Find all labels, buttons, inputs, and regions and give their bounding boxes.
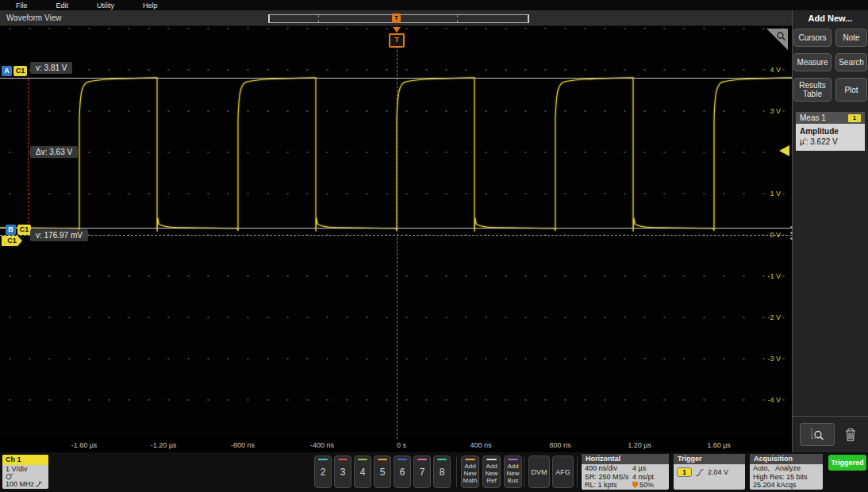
add-new-button[interactable]: Search (835, 53, 867, 71)
ruler-trigger-marker[interactable]: T (392, 13, 401, 23)
trash-icon (844, 428, 857, 442)
acquisition-title: Acquisition (750, 454, 823, 464)
menu-item[interactable]: Utility (97, 2, 114, 10)
x-axis-label: 1.20 µs (628, 441, 651, 449)
divider (456, 457, 457, 487)
cursor-a-readout: v: 3.81 V (30, 62, 72, 74)
add-new-button[interactable]: Cursors (793, 29, 832, 47)
channel-number: 4 (360, 467, 366, 478)
channel-button[interactable]: 6 (394, 455, 411, 488)
acquisition-panel[interactable]: Acquisition Auto, Analyze High Res: 15 b… (750, 454, 823, 490)
y-axis-label: 4 V (770, 66, 781, 74)
horizontal-window: 4 µs (632, 464, 666, 473)
channel-button[interactable]: 7 (413, 455, 431, 488)
record-length: RL: 1 kpts (585, 481, 632, 490)
channel-color-bar (338, 459, 348, 460)
channel-color-bar (318, 459, 328, 460)
cursor-delta-connector (28, 79, 29, 227)
add-source-button[interactable]: Add New Math (461, 455, 479, 488)
y-axis-label: -3 V (767, 355, 781, 363)
cursor-b-channel-badge[interactable]: C1 (17, 225, 31, 235)
add-source-label: Add New Bus (505, 463, 521, 484)
ch1-trace-path (0, 78, 792, 232)
add-new-button[interactable]: Note (835, 29, 867, 47)
cursor-a-badge[interactable]: A (2, 66, 12, 76)
view-title: Waveform View (6, 13, 61, 22)
channel-button[interactable]: 3 (334, 455, 351, 488)
add-new-button[interactable]: Plot (835, 78, 867, 102)
ruler-tick (318, 15, 319, 22)
x-axis-label: 400 ns (470, 441, 491, 449)
x-axis-label: -800 ns (231, 441, 255, 449)
channel-1-badge[interactable]: Ch 1 1 V/div 100 MHz (2, 455, 48, 489)
x-axis-label: 0 s (397, 441, 406, 449)
menu-item[interactable]: Help (143, 2, 158, 10)
channel-number: 6 (400, 467, 405, 478)
menu-item[interactable]: File (16, 2, 28, 10)
add-new-title: Add New... (793, 13, 868, 23)
channel-number: 8 (440, 467, 445, 478)
channel-button[interactable]: 4 (354, 455, 371, 488)
channel-color-bar (378, 459, 387, 460)
menu-bar: FileEditUtilityHelp (0, 0, 868, 10)
measurement-card[interactable]: Meas 1 1 Amplitude µ': 3.622 V (796, 112, 865, 151)
waveform-view-tab-bar: Waveform View T (0, 10, 792, 26)
trigger-flag[interactable]: T (389, 33, 405, 48)
x-axis-label: -400 ns (310, 441, 334, 449)
measurement-type: Amplitude (800, 126, 861, 136)
trigger-title: Trigger (674, 454, 745, 464)
add-source-label: Add New Math (462, 463, 478, 484)
bottom-bar: Ch 1 1 V/div 100 MHz 2 (0, 452, 868, 492)
rising-edge-icon (695, 468, 705, 477)
cursor-b-badge[interactable]: B (6, 225, 16, 235)
x-axis-label: -1.20 µs (151, 441, 177, 449)
afg-button[interactable]: AFG (552, 455, 574, 488)
channel-color-bar (417, 459, 427, 460)
horizontal-scale: 400 ns/div (585, 464, 632, 473)
x-axis-label: 1.60 µs (707, 441, 731, 449)
panel-tools (793, 416, 868, 452)
right-panel: Add New... CursorsNoteMeasureSearchResul… (792, 10, 868, 452)
add-new-source-buttons: Add New Math Add New Ref Add New Bus (461, 455, 522, 488)
channel-button[interactable]: 5 (374, 455, 391, 488)
trash-button[interactable] (840, 424, 861, 445)
channel-button[interactable]: 8 (433, 455, 451, 488)
zoom-tool-button[interactable] (800, 423, 835, 446)
panel-drag-handle[interactable] (790, 226, 793, 240)
add-source-button[interactable]: Add New Ref (482, 455, 501, 488)
channel-color-bar (437, 459, 447, 460)
zero-volt-line (0, 235, 792, 236)
y-axis-label: 1 V (770, 190, 781, 198)
add-source-button[interactable]: Add New Bus (504, 455, 522, 488)
waveform-display[interactable]: T A C1 B C1 C1 v: 3.81 V Δv: 3.63 V v: 1… (0, 26, 792, 439)
add-new-button[interactable]: Results Table (793, 78, 832, 102)
zoom-ruler-icon (808, 428, 826, 442)
trigger-level-value: 2.04 V (708, 468, 728, 476)
add-source-label: Add New Ref (483, 463, 500, 484)
channel-button[interactable]: 2 (314, 455, 332, 488)
cursor-b-line[interactable] (0, 228, 792, 229)
cursor-a-channel-badge[interactable]: C1 (13, 66, 27, 76)
channel-number: 3 (340, 467, 346, 478)
channel-number: 7 (420, 467, 425, 478)
x-axis-label: -1.60 µs (71, 441, 98, 449)
cursor-a-line[interactable] (0, 78, 792, 79)
acquisition-count: 25.204 kAcqs (750, 481, 823, 490)
horizontal-panel[interactable]: Horizontal 400 ns/div4 µs SR: 250 MS/s4 … (582, 454, 669, 490)
horizontal-position: 50% (639, 481, 654, 489)
sample-rate: SR: 250 MS/s (585, 473, 632, 482)
y-axis-label: 3 V (770, 107, 781, 115)
trigger-panel[interactable]: Trigger 1 2.04 V (674, 454, 745, 490)
channel-1-label: Ch 1 (2, 455, 48, 465)
menu-item[interactable]: Edit (56, 2, 69, 10)
probe-icon (6, 473, 13, 480)
x-axis-labels: -1.60 µs-1.20 µs-800 ns-400 ns0 s400 ns8… (0, 439, 792, 452)
record-view-ruler[interactable]: T (268, 14, 529, 23)
ruler-tick (457, 15, 458, 22)
trigger-level-arrow[interactable] (779, 145, 789, 156)
dvm-button[interactable]: DVM (528, 455, 550, 488)
source-color-bar (508, 459, 518, 460)
add-new-buttons: CursorsNoteMeasureSearchResults TablePlo… (793, 29, 868, 102)
y-axis-label: -1 V (767, 272, 781, 280)
add-new-button[interactable]: Measure (793, 53, 832, 71)
